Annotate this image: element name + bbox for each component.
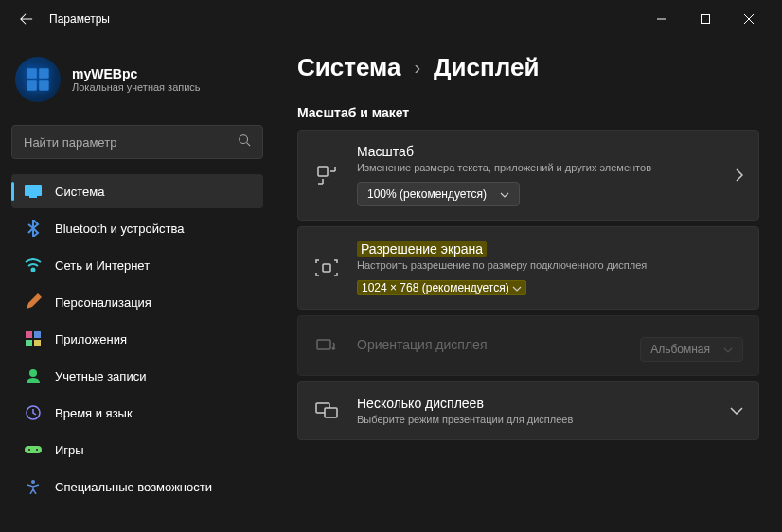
accounts-icon bbox=[25, 367, 42, 384]
system-icon bbox=[25, 183, 42, 200]
svg-rect-12 bbox=[34, 340, 41, 346]
breadcrumb-root[interactable]: Система bbox=[297, 53, 400, 82]
scale-dropdown[interactable]: 100% (рекомендуется) bbox=[357, 182, 520, 206]
account-type: Локальная учетная запись bbox=[72, 81, 201, 93]
nav-label: Персонализация bbox=[55, 295, 151, 310]
breadcrumb: Система › Дисплей bbox=[297, 53, 759, 82]
nav-label: Время и язык bbox=[55, 406, 133, 420]
svg-point-5 bbox=[240, 135, 248, 144]
apps-icon bbox=[25, 330, 42, 347]
dropdown-value: 100% (рекомендуется) bbox=[367, 187, 487, 201]
orientation-icon bbox=[313, 332, 340, 359]
personalize-icon bbox=[25, 293, 42, 310]
bluetooth-icon bbox=[25, 220, 42, 237]
accessibility-icon bbox=[25, 478, 42, 495]
card-orientation[interactable]: Ориентация дисплея Альбомная bbox=[297, 315, 759, 376]
chevron-down-icon bbox=[500, 187, 509, 201]
svg-rect-20 bbox=[323, 264, 330, 272]
svg-rect-23 bbox=[325, 408, 337, 417]
nav-label: Bluetooth и устройства bbox=[55, 222, 184, 236]
breadcrumb-current: Дисплей bbox=[434, 53, 539, 82]
svg-rect-19 bbox=[318, 167, 328, 176]
orientation-dropdown[interactable]: Альбомная bbox=[640, 337, 743, 362]
sidebar-item-gaming[interactable]: Игры bbox=[11, 433, 263, 467]
content: Система › Дисплей Масштаб и макет Масшта… bbox=[275, 38, 782, 532]
chevron-right-icon bbox=[736, 168, 743, 182]
section-title: Масштаб и макет bbox=[297, 105, 759, 120]
nav-list: Система Bluetooth и устройства Сеть и Ин… bbox=[11, 174, 263, 504]
avatar bbox=[15, 57, 61, 102]
resolution-dropdown[interactable]: 1024 × 768 (рекомендуется) bbox=[357, 280, 526, 295]
card-desc: Выберите режим презентации для дисплеев bbox=[357, 413, 713, 426]
nav-label: Учетные записи bbox=[55, 369, 146, 383]
sidebar-item-personalization[interactable]: Персонализация bbox=[11, 285, 263, 319]
dropdown-value: 1024 × 768 (рекомендуется) bbox=[362, 281, 509, 294]
svg-rect-3 bbox=[27, 80, 36, 91]
sidebar-item-system[interactable]: Система bbox=[11, 174, 263, 208]
minimize-button[interactable] bbox=[640, 4, 684, 34]
sidebar: myWEBpc Локальная учетная запись Система… bbox=[0, 38, 275, 532]
sidebar-item-accounts[interactable]: Учетные записи bbox=[11, 359, 263, 393]
user-profile[interactable]: myWEBpc Локальная учетная запись bbox=[11, 49, 263, 117]
nav-label: Игры bbox=[55, 443, 84, 457]
svg-point-13 bbox=[29, 369, 37, 377]
svg-rect-4 bbox=[39, 80, 48, 91]
sidebar-item-time[interactable]: Время и язык bbox=[11, 396, 263, 430]
window-title: Параметры bbox=[49, 12, 110, 26]
chevron-down-icon bbox=[723, 343, 733, 356]
window-controls bbox=[640, 4, 771, 34]
nav-label: Сеть и Интернет bbox=[55, 258, 150, 273]
card-resolution[interactable]: Разрешение экрана Настроить разрешение п… bbox=[297, 226, 759, 309]
card-desc: Настроить разрешение по размеру подключе… bbox=[357, 258, 743, 272]
card-title: Ориентация дисплея bbox=[357, 337, 623, 352]
svg-point-18 bbox=[31, 480, 35, 484]
nav-label: Приложения bbox=[55, 332, 127, 346]
titlebar: Параметры bbox=[0, 0, 782, 38]
nav-label: Специальные возможности bbox=[55, 480, 212, 494]
svg-rect-10 bbox=[34, 331, 41, 338]
chevron-down-icon bbox=[730, 407, 743, 415]
sidebar-item-apps[interactable]: Приложения bbox=[11, 322, 263, 356]
search-input[interactable] bbox=[24, 135, 238, 150]
chevron-right-icon: › bbox=[414, 57, 420, 79]
search-icon bbox=[238, 133, 251, 151]
back-button[interactable] bbox=[11, 4, 42, 34]
sidebar-item-bluetooth[interactable]: Bluetooth и устройства bbox=[11, 211, 263, 245]
dropdown-value: Альбомная bbox=[650, 343, 710, 356]
svg-rect-9 bbox=[26, 331, 32, 338]
search-box[interactable] bbox=[11, 125, 263, 159]
svg-rect-2 bbox=[39, 68, 48, 79]
sidebar-item-accessibility[interactable]: Специальные возможности bbox=[11, 470, 263, 504]
svg-rect-15 bbox=[25, 446, 42, 453]
resolution-icon bbox=[313, 255, 340, 281]
svg-rect-1 bbox=[27, 68, 36, 79]
username: myWEBpc bbox=[72, 66, 201, 81]
svg-point-16 bbox=[28, 449, 30, 451]
svg-point-17 bbox=[36, 449, 38, 451]
card-scale[interactable]: Масштаб Изменение размера текста, прилож… bbox=[297, 130, 759, 221]
svg-point-8 bbox=[32, 269, 35, 272]
nav-label: Система bbox=[55, 185, 104, 199]
gaming-icon bbox=[25, 441, 42, 458]
svg-rect-21 bbox=[317, 340, 330, 349]
card-title: Несколько дисплеев bbox=[357, 396, 713, 411]
clock-icon bbox=[25, 404, 42, 421]
svg-rect-6 bbox=[25, 185, 42, 196]
svg-rect-7 bbox=[29, 196, 37, 198]
card-title: Разрешение экрана bbox=[357, 241, 487, 257]
sidebar-item-network[interactable]: Сеть и Интернет bbox=[11, 248, 263, 282]
maximize-button[interactable] bbox=[684, 4, 727, 34]
svg-rect-11 bbox=[26, 340, 32, 346]
chevron-down-icon bbox=[512, 281, 522, 294]
card-multiple-displays[interactable]: Несколько дисплеев Выберите режим презен… bbox=[297, 381, 759, 440]
scale-icon bbox=[313, 162, 340, 188]
multiple-displays-icon bbox=[313, 398, 340, 424]
svg-rect-0 bbox=[702, 15, 710, 24]
wifi-icon bbox=[25, 257, 42, 274]
card-desc: Изменение размера текста, приложений и д… bbox=[357, 161, 719, 174]
close-button[interactable] bbox=[727, 4, 771, 34]
card-title: Масштаб bbox=[357, 144, 719, 159]
